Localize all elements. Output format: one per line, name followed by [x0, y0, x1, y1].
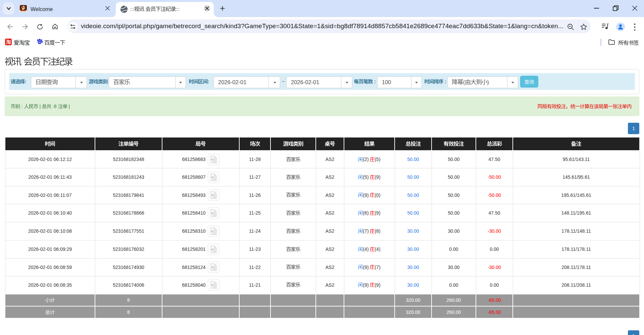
svg-text:du: du — [38, 41, 41, 44]
